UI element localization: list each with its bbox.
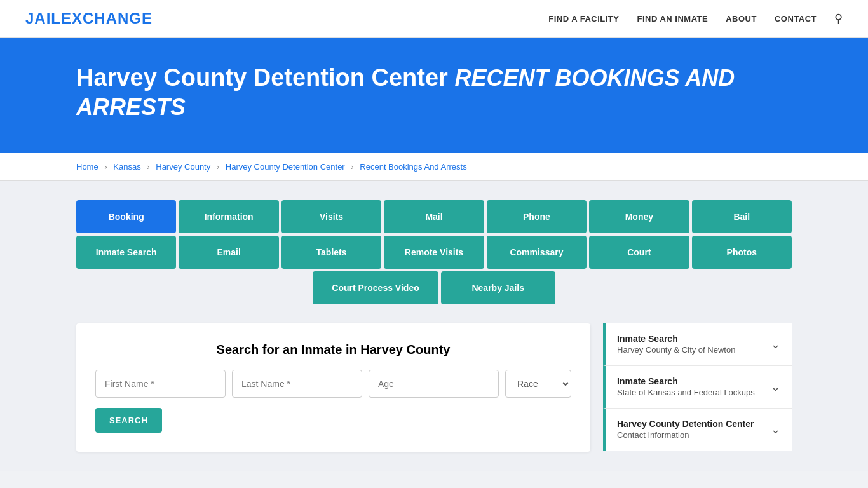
sidebar-item-subtitle-3: Contact Information (617, 430, 689, 440)
logo-part2: EXCHANGE (61, 10, 153, 27)
tab-row-1: Booking Information Visits Mail Phone Mo… (76, 200, 792, 233)
chevron-down-icon-3: ⌄ (771, 423, 780, 437)
chevron-down-icon-1: ⌄ (771, 337, 780, 351)
tab-tablets[interactable]: Tablets (281, 236, 381, 269)
main-content: Booking Information Visits Mail Phone Mo… (0, 181, 868, 471)
hero-title: Harvey County Detention Center RECENT BO… (76, 64, 792, 121)
tab-commissary[interactable]: Commissary (487, 236, 587, 269)
breadcrumb-harvey-county[interactable]: Harvey County (156, 162, 210, 172)
sidebar: Inmate Search Harvey County & City of Ne… (603, 323, 792, 452)
hero-section: Harvey County Detention Center RECENT BO… (0, 38, 868, 153)
nav-find-inmate[interactable]: FIND AN INMATE (637, 14, 708, 24)
sidebar-item-contact-info[interactable]: Harvey County Detention Center Contact I… (603, 409, 792, 451)
tab-mail[interactable]: Mail (384, 200, 484, 233)
search-icon[interactable]: ⚲ (834, 11, 843, 25)
tab-phone[interactable]: Phone (487, 200, 587, 233)
inmate-search-box: Search for an Inmate in Harvey County Ra… (76, 323, 590, 452)
age-input[interactable] (369, 370, 499, 398)
navbar: JAILEXCHANGE FIND A FACILITY FIND AN INM… (0, 0, 868, 38)
sidebar-item-title-2: Inmate Search (617, 376, 755, 386)
nav-find-facility[interactable]: FIND A FACILITY (548, 14, 619, 24)
sidebar-item-subtitle-1: Harvey County & City of Newton (617, 345, 735, 355)
logo[interactable]: JAILEXCHANGE (25, 10, 153, 27)
tab-money[interactable]: Money (589, 200, 689, 233)
nav-contact[interactable]: CONTACT (775, 14, 817, 24)
first-name-input[interactable] (95, 370, 226, 398)
tab-visits[interactable]: Visits (281, 200, 381, 233)
logo-part1: JAIL (25, 10, 61, 27)
tab-row-2: Inmate Search Email Tablets Remote Visit… (76, 236, 792, 269)
sidebar-item-title-3: Harvey County Detention Center (617, 419, 754, 429)
search-title: Search for an Inmate in Harvey County (95, 342, 571, 357)
tab-court[interactable]: Court (589, 236, 689, 269)
lower-section: Search for an Inmate in Harvey County Ra… (76, 323, 792, 452)
sidebar-item-inmate-search-harvey[interactable]: Inmate Search Harvey County & City of Ne… (603, 323, 792, 366)
tab-bail[interactable]: Bail (692, 200, 792, 233)
tab-email[interactable]: Email (179, 236, 278, 269)
nav-about[interactable]: ABOUT (726, 14, 757, 24)
tab-remote-visits[interactable]: Remote Visits (384, 236, 484, 269)
last-name-input[interactable] (232, 370, 362, 398)
chevron-down-icon-2: ⌄ (771, 380, 780, 394)
tab-booking[interactable]: Booking (76, 200, 176, 233)
tab-information[interactable]: Information (179, 200, 278, 233)
breadcrumb-kansas[interactable]: Kansas (113, 162, 140, 172)
sidebar-item-subtitle-2: State of Kansas and Federal Lockups (617, 388, 755, 397)
breadcrumb-detention-center[interactable]: Harvey County Detention Center (226, 162, 345, 172)
breadcrumb-recent-bookings[interactable]: Recent Bookings And Arrests (360, 162, 466, 172)
sidebar-item-inmate-search-kansas[interactable]: Inmate Search State of Kansas and Federa… (603, 366, 792, 409)
tab-court-process-video[interactable]: Court Process Video (313, 271, 438, 304)
tab-row-3: Court Process Video Nearby Jails (76, 271, 792, 304)
nav-links: FIND A FACILITY FIND AN INMATE ABOUT CON… (548, 11, 843, 25)
breadcrumb-home[interactable]: Home (76, 162, 98, 172)
search-fields: Race White Black Hispanic Asian Other (95, 370, 571, 398)
sidebar-item-title-1: Inmate Search (617, 334, 735, 344)
tab-photos[interactable]: Photos (692, 236, 792, 269)
search-button[interactable]: SEARCH (95, 408, 162, 433)
tab-inmate-search[interactable]: Inmate Search (76, 236, 176, 269)
tab-nearby-jails[interactable]: Nearby Jails (441, 271, 555, 304)
race-select[interactable]: Race White Black Hispanic Asian Other (505, 370, 571, 398)
breadcrumb: Home › Kansas › Harvey County › Harvey C… (0, 153, 868, 181)
